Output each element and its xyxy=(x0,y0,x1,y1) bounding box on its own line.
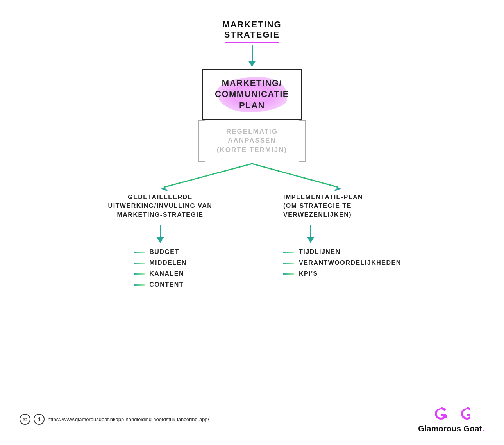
list-item: KPI'S xyxy=(283,270,401,277)
left-col-title: GEDETAILLEERDE UITWERKING/INVULLING VAN … xyxy=(108,193,213,219)
diagram-container: MARKETING STRATEGIE MARKETING/ COMMUNICA… xyxy=(0,0,504,445)
footer-url: https://www.glamorousgoat.nl/app-handlei… xyxy=(48,416,209,422)
svg-line-1 xyxy=(164,164,252,187)
right-bullet-list: TIJDLIJNEN VERANTWOORDELIJKHEDEN KPI'S xyxy=(283,248,401,281)
page-title: MARKETING STRATEGIE xyxy=(222,20,281,43)
right-col-title: IMPLEMENTATIE-PLAN (OM STRATEGIE TE VERW… xyxy=(283,193,363,219)
mcp-box: MARKETING/ COMMUNICATIE PLAN xyxy=(202,69,302,120)
svg-marker-5 xyxy=(334,187,342,191)
bracket-right xyxy=(299,120,306,162)
cc-icon: © xyxy=(20,414,30,425)
gg-icon-1 xyxy=(433,405,450,423)
list-item: KANALEN xyxy=(134,270,187,277)
mcp-text: MARKETING/ COMMUNICATIE PLAN xyxy=(215,78,289,111)
bullet-dash xyxy=(134,284,145,286)
right-column: IMPLEMENTATIE-PLAN (OM STRATEGIE TE VERW… xyxy=(275,193,412,292)
bracket-left xyxy=(198,120,205,162)
regelmatig-text: REGELMATIG AANPASSEN (KORTE TERMIJN) xyxy=(217,127,287,155)
right-arrow-down xyxy=(307,225,315,243)
bullet-dash xyxy=(283,252,294,253)
bullet-dash xyxy=(134,252,145,253)
bullet-dash xyxy=(134,273,145,275)
title-line2: STRATEGIE xyxy=(224,30,280,39)
list-item: VERANTWOORDELIJKHEDEN xyxy=(283,259,401,266)
gg-logo-icons xyxy=(433,405,470,423)
list-item: BUDGET xyxy=(134,248,187,256)
footer-left: © ℹ https://www.glamorousgoat.nl/app-han… xyxy=(20,414,209,425)
split-section: GEDETAILLEERDE UITWERKING/INVULLING VAN … xyxy=(92,162,412,292)
gg-brand-text: Glamorous Goat. xyxy=(418,424,484,433)
svg-line-4 xyxy=(252,164,338,187)
bullet-dash xyxy=(283,273,294,275)
list-item: TIJDLIJNEN xyxy=(283,248,401,256)
title-line1: MARKETING xyxy=(222,20,281,29)
info-icon: ℹ xyxy=(34,414,45,425)
footer-right: Glamorous Goat. xyxy=(418,405,484,433)
left-column: GEDETAILLEERDE UITWERKING/INVULLING VAN … xyxy=(92,193,229,292)
list-item: MIDDELEN xyxy=(134,259,187,266)
regelmatig-box: REGELMATIG AANPASSEN (KORTE TERMIJN) xyxy=(198,120,306,162)
left-bullet-list: BUDGET MIDDELEN KANALEN CONTENT xyxy=(134,248,187,292)
svg-marker-2 xyxy=(160,187,168,191)
list-item: CONTENT xyxy=(134,281,187,288)
columns: GEDETAILLEERDE UITWERKING/INVULLING VAN … xyxy=(92,193,412,292)
footer: © ℹ https://www.glamorousgoat.nl/app-han… xyxy=(0,405,504,433)
diagonal-arrows-svg xyxy=(92,162,412,193)
left-arrow-down xyxy=(156,225,164,243)
bullet-dash xyxy=(283,263,294,264)
regelmatig-inner: REGELMATIG AANPASSEN (KORTE TERMIJN) xyxy=(205,120,299,162)
arrow-1 xyxy=(248,45,256,67)
bullet-dash xyxy=(134,263,145,264)
gg-icon-2 xyxy=(452,405,470,423)
